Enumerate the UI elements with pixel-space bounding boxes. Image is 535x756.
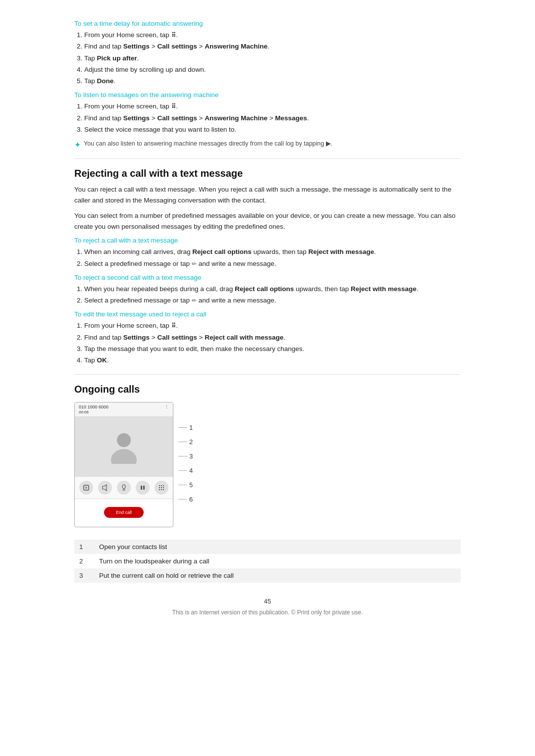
svg-marker-5 — [103, 485, 107, 491]
section-listen: To listen to messages on the answering m… — [74, 91, 461, 150]
section-separator — [74, 158, 461, 159]
step-item: Find and tap Settings > Call settings > … — [84, 42, 461, 51]
callout-row: 2 Turn on the loudspeaker during a call — [74, 554, 461, 568]
ongoing-calls-title: Ongoing calls — [74, 384, 461, 395]
phone-menu-icon[interactable]: ⋮ — [164, 404, 169, 414]
phone-keypad-btn[interactable] — [155, 481, 168, 495]
section-listen-title: To listen to messages on the answering m… — [74, 91, 461, 99]
svg-rect-13 — [163, 485, 164, 486]
svg-point-1 — [111, 449, 137, 464]
listen-steps: From your Home screen, tap ⠿. Find and t… — [84, 101, 461, 135]
svg-rect-14 — [159, 487, 160, 488]
section-reject-call: To reject a call with a text message Whe… — [74, 237, 461, 269]
phone-hold-btn[interactable] — [136, 481, 150, 495]
callout-row: 3 Put the current call on hold or retrie… — [74, 568, 461, 583]
section-reject-second: To reject a second call with a text mess… — [74, 274, 461, 306]
side-num-3: 3 — [189, 453, 193, 460]
callout-table: 1 Open your contacts list 2 Turn on the … — [74, 540, 461, 583]
svg-rect-16 — [163, 487, 164, 488]
edit-reject-title: To edit the text message used to reject … — [74, 310, 461, 318]
phone-number-display: 010 1000 600000:06 — [79, 404, 108, 414]
step-item: Tap OK. — [84, 355, 461, 365]
reject-section-title: Rejecting a call with a text message — [74, 168, 461, 179]
side-label-6: 6 — [178, 496, 193, 503]
callout-row: 1 Open your contacts list — [74, 540, 461, 554]
step-item: Adjust the time by scrolling up and down… — [84, 65, 461, 75]
mute-icon — [120, 484, 127, 491]
step-item: Find and tap Settings > Call settings > … — [84, 333, 461, 343]
page-number: 45 — [74, 598, 461, 605]
phone-controls-row — [75, 476, 173, 499]
phone-mute-btn[interactable] — [117, 481, 131, 495]
callout-num-2: 2 — [74, 554, 94, 568]
speaker-icon — [102, 484, 108, 491]
callout-text-1: Open your contacts list — [94, 540, 461, 554]
step-item: Select a predefined message or tap ✏ and… — [84, 296, 461, 305]
svg-point-0 — [117, 433, 131, 447]
step-item: Tap the message that you want to edit, t… — [84, 344, 461, 354]
contacts-icon — [83, 484, 90, 491]
reject-call-title: To reject a call with a text message — [74, 237, 461, 244]
svg-rect-15 — [161, 487, 162, 488]
step-item: When an incoming call arrives, drag Reje… — [84, 247, 461, 257]
keypad-icon — [158, 484, 165, 491]
callout-text-3: Put the current call on hold or retrieve… — [94, 568, 461, 583]
step-item: From your Home screen, tap ⠿. — [84, 101, 461, 111]
side-label-4: 4 — [178, 467, 193, 474]
side-labels: 1 2 3 4 5 6 — [178, 402, 193, 531]
callout-text-2: Turn on the loudspeaker during a call — [94, 554, 461, 568]
svg-rect-18 — [161, 489, 162, 490]
reject-second-title: To reject a second call with a text mess… — [74, 274, 461, 281]
pause-icon — [139, 484, 146, 491]
side-label-1: 1 — [178, 424, 193, 431]
step-item: From your Home screen, tap ⠿. — [84, 321, 461, 331]
step-item: Select the voice message that you want t… — [84, 125, 461, 135]
callout-num-1: 1 — [74, 540, 94, 554]
step-item: From your Home screen, tap ⠿. — [84, 30, 461, 40]
section-auto-answer-title: To set a time delay for automatic answer… — [74, 20, 461, 27]
phone-end-call-btn[interactable]: End call — [104, 507, 144, 518]
reject-second-steps: When you hear repeated beeps during a ca… — [84, 284, 461, 306]
phone-end-call-area: End call — [75, 499, 173, 527]
step-item: When you hear repeated beeps during a ca… — [84, 284, 461, 294]
svg-point-6 — [122, 485, 125, 489]
phone-mockup: 010 1000 600000:06 ⋮ — [74, 402, 173, 527]
edit-reject-steps: From your Home screen, tap ⠿. Find and t… — [84, 321, 461, 365]
side-num-1: 1 — [189, 424, 193, 431]
svg-rect-9 — [141, 486, 142, 490]
callout-num-3: 3 — [74, 568, 94, 583]
reject-body-2: You can select from a number of predefin… — [74, 210, 461, 232]
phone-speaker-btn[interactable] — [98, 481, 112, 495]
side-label-5: 5 — [178, 481, 193, 489]
step-item: Tap Done. — [84, 76, 461, 86]
tip-text: You can also listen to answering machine… — [84, 140, 332, 147]
phone-status-bar: 010 1000 600000:06 ⋮ — [75, 403, 173, 417]
svg-rect-17 — [159, 489, 160, 490]
phone-mockup-wrapper: 010 1000 600000:06 ⋮ — [74, 402, 461, 531]
side-num-2: 2 — [189, 438, 193, 446]
section-auto-answer: To set a time delay for automatic answer… — [74, 20, 461, 86]
svg-rect-2 — [84, 485, 89, 490]
section-separator-2 — [74, 374, 461, 375]
side-label-3: 3 — [178, 453, 193, 460]
svg-rect-10 — [143, 486, 145, 490]
svg-rect-19 — [163, 489, 164, 490]
phone-contact-area — [75, 417, 173, 476]
contact-avatar — [109, 429, 139, 464]
page-footer: 45 This is an Internet version of this p… — [74, 598, 461, 616]
auto-answer-steps: From your Home screen, tap ⠿. Find and t… — [84, 30, 461, 86]
step-item: Find and tap Settings > Call settings > … — [84, 113, 461, 123]
side-num-5: 5 — [189, 481, 193, 489]
side-num-4: 4 — [189, 467, 193, 474]
phone-contacts-btn[interactable] — [79, 481, 93, 495]
step-item: Tap Pick up after. — [84, 53, 461, 63]
svg-rect-12 — [161, 485, 162, 486]
side-label-2: 2 — [178, 438, 193, 446]
step-item: Select a predefined message or tap ✏ and… — [84, 259, 461, 269]
tip-row: ✦ You can also listen to answering machi… — [74, 140, 461, 150]
tip-icon: ✦ — [74, 140, 81, 150]
section-edit-reject: To edit the text message used to reject … — [74, 310, 461, 365]
footer-text: This is an Internet version of this publ… — [74, 609, 461, 616]
end-call-label: End call — [116, 510, 132, 515]
phone-screen: 010 1000 600000:06 ⋮ — [74, 402, 173, 527]
